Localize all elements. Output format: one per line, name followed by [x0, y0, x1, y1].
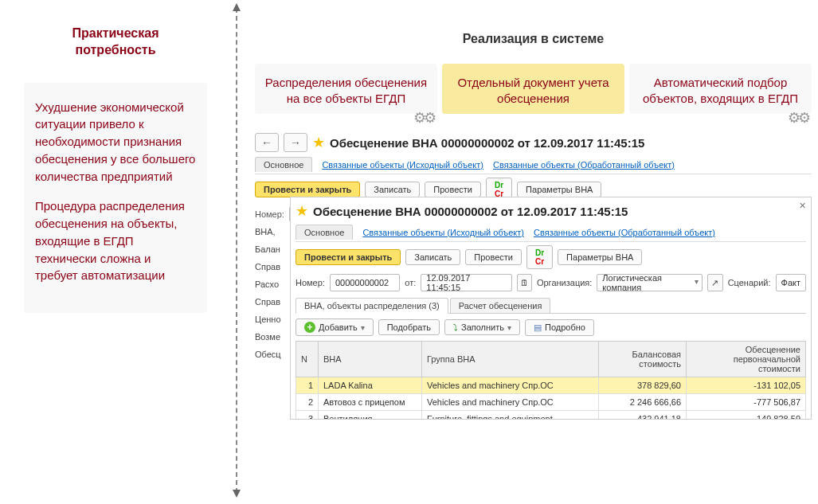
vna-params-button[interactable]: Параметры ВНА — [517, 182, 601, 197]
col-vna[interactable]: ВНА — [319, 342, 422, 377]
link-processed-objects[interactable]: Связанные объекты (Обработанный объект) — [534, 228, 715, 237]
subtab-calc[interactable]: Расчет обесценения — [450, 298, 551, 313]
date-label: от: — [405, 278, 416, 287]
date-field[interactable]: 12.09.2017 11:45:15 — [421, 274, 511, 291]
save-button[interactable]: Записать — [365, 182, 420, 197]
org-label: Организация: — [537, 278, 592, 287]
tab-main[interactable]: Основное — [295, 225, 353, 240]
col-balance[interactable]: Балансовая стоимость — [599, 342, 687, 377]
option-row: Распределения обесценения на все объекты… — [255, 64, 812, 114]
col-impairment[interactable]: Обесценение первоначальной стоимости — [687, 342, 806, 377]
inner-doc-window: ✕ ★ Обесценение ВНА 00000000002 от 12.09… — [290, 197, 812, 420]
option-tab-2[interactable]: Отдельный документ учета обесценения — [442, 64, 624, 114]
plus-icon: + — [304, 322, 315, 333]
truncated-side-labels: ВНА, Балан Справ Расхо Справ Ценно Возме… — [255, 227, 285, 359]
right-title: Реализация в системе — [255, 32, 812, 46]
save-button[interactable]: Записать — [405, 249, 460, 265]
add-button[interactable]: + Добавить — [295, 318, 374, 336]
tab-main[interactable]: Основное — [255, 157, 312, 172]
table-row[interactable]: 1 LADA Kalina Vehicles and machinery Спр… — [296, 377, 806, 394]
post-and-close-button[interactable]: Провести и закрыть — [255, 182, 360, 197]
col-group[interactable]: Группа ВНА — [422, 342, 599, 377]
vna-table[interactable]: N ВНА Группа ВНА Балансовая стоимость Об… — [295, 341, 806, 420]
link-source-objects[interactable]: Связанные объекты (Исходный объект) — [322, 160, 483, 170]
drcr-button[interactable]: DrCr — [526, 245, 553, 269]
fill-button[interactable]: ⤵ Заполнить — [444, 319, 520, 335]
table-row[interactable]: 3 Вентиляция Furniture, fittings and equ… — [296, 411, 806, 420]
doc-title: Обесценение ВНА 00000000002 от 12.09.201… — [330, 136, 644, 150]
option-tab-1[interactable]: Распределения обесценения на все объекты… — [255, 64, 437, 114]
open-icon[interactable]: ↗ — [707, 274, 722, 291]
link-processed-objects[interactable]: Связанные объекты (Обработанный объект) — [493, 160, 675, 170]
star-icon[interactable]: ★ — [295, 202, 308, 220]
nav-back-button[interactable]: ← — [255, 133, 279, 152]
post-button[interactable]: Провести — [465, 249, 522, 265]
post-button[interactable]: Провести — [425, 182, 481, 197]
calendar-icon[interactable]: 🗓 — [517, 274, 532, 291]
vna-params-button[interactable]: Параметры ВНА — [558, 249, 642, 265]
inner-doc-title: Обесценение ВНА 00000000002 от 12.09.201… — [313, 205, 628, 218]
gears-icon: ⚙⚙ — [413, 111, 434, 125]
left-paragraph-1: Ухудшение экономической ситуации привело… — [35, 99, 196, 186]
left-narrative-box: Ухудшение экономической ситуации привело… — [24, 83, 207, 314]
option-tab-3[interactable]: Автоматический подбор объектов, входящих… — [629, 64, 812, 114]
nav-forward-button[interactable]: → — [284, 133, 307, 152]
detail-button[interactable]: ▤ Подробно — [525, 319, 594, 336]
table-header-row: N ВНА Группа ВНА Балансовая стоимость Об… — [296, 342, 806, 377]
col-n[interactable]: N — [296, 342, 319, 377]
subtab-vna-objects[interactable]: ВНА, объекты распределения (3) — [295, 298, 448, 314]
number-label: Номер: — [295, 278, 325, 287]
left-paragraph-2: Процедура распределения обесценения на о… — [35, 197, 196, 284]
post-and-close-button[interactable]: Провести и закрыть — [295, 249, 401, 265]
table-row[interactable]: 2 Автовоз с прицепом Vehicles and machin… — [296, 394, 806, 411]
left-title: Практическая потребность — [72, 25, 159, 59]
detail-icon: ▤ — [534, 322, 542, 333]
vertical-divider — [236, 8, 237, 493]
scenario-label: Сценарий: — [728, 278, 771, 287]
scenario-field[interactable]: Факт — [776, 274, 806, 291]
pick-button[interactable]: Подобрать — [378, 319, 440, 335]
fill-arrow-icon: ⤵ — [453, 322, 458, 332]
number-field[interactable]: 00000000002 — [330, 274, 400, 291]
link-source-objects[interactable]: Связанные объекты (Исходный объект) — [362, 228, 524, 237]
close-icon[interactable]: ✕ — [799, 201, 806, 211]
organization-select[interactable]: Логистическая компания — [597, 274, 703, 291]
star-icon[interactable]: ★ — [312, 134, 325, 151]
number-label: Номер: — [255, 209, 284, 219]
gears-icon: ⚙⚙ — [788, 111, 808, 125]
